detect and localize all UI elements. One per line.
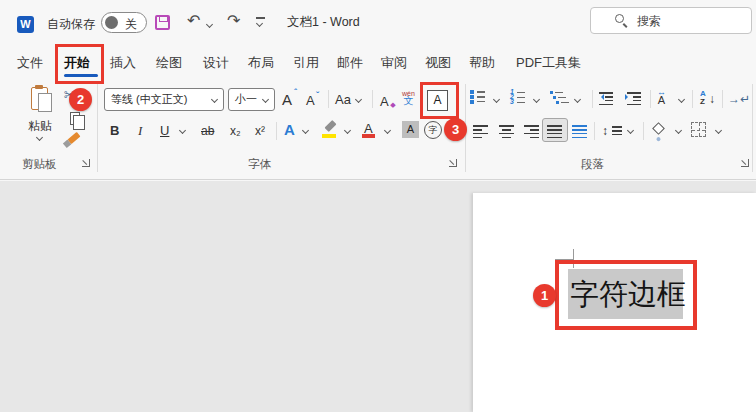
change-case-chevron-icon[interactable] [355,96,362,103]
tab-mailings[interactable]: 邮件 [337,54,363,72]
divider [692,90,693,108]
sort-arrow-icon: ↓ [709,92,715,106]
text-effects-button[interactable]: A [284,121,295,138]
tab-pdf-tools[interactable]: PDF工具集 [516,54,581,72]
tab-references[interactable]: 引用 [293,54,319,72]
shading-bucket-icon[interactable] [652,122,665,135]
bullets-button[interactable] [470,88,485,105]
show-hide-marks-button[interactable]: →↵ [728,92,750,106]
format-painter-icon[interactable] [67,132,80,144]
grow-font-button[interactable]: A [282,91,292,108]
tab-insert[interactable]: 插入 [110,54,136,72]
paste-chevron-icon[interactable] [36,134,43,141]
multilevel-chevron-icon[interactable] [574,96,581,103]
word-logo-icon: W [17,16,34,33]
justify-lines-icon [547,123,562,140]
asian-layout-letter: A [657,96,666,104]
line-spacing-button[interactable]: ↕ [602,124,608,138]
shrink-font-caret-icon: ˇ [316,90,319,100]
undo-icon[interactable]: ↶ [187,13,200,29]
font-name-select[interactable]: 等线 (中文正文) [104,88,224,111]
autosave-toggle-knob-icon[interactable] [105,16,118,29]
group-divider [97,84,98,172]
multilevel-list-button[interactable] [549,88,569,107]
search-icon [615,14,624,23]
title-and-ribbon-chrome: W 自动保存 关 ↶ ↷ 文档1 - Word 搜索 文件 开始 插入 绘图 设… [0,0,756,180]
save-icon[interactable] [155,15,170,30]
highlight-color-bar [322,134,336,138]
grow-font-caret-icon: ˆ [294,87,297,97]
font-size-value: 小一 [235,93,257,105]
shading-chevron-icon[interactable] [675,127,682,134]
subscript-button[interactable]: x₂ [230,124,241,138]
phonetic-bottom-label: 文 [402,97,415,104]
font-dialog-launcher-icon[interactable] [449,159,457,167]
annotation-step-1-badge: 1 [533,284,556,307]
increase-indent-button[interactable] [627,90,641,107]
font-size-chevron-icon[interactable] [262,96,269,103]
numbering-chevron-icon[interactable] [533,96,540,103]
distribute-button[interactable] [572,123,587,140]
font-color-chevron-icon[interactable] [384,127,391,134]
autosave-state-label: 关 [125,16,137,33]
align-right-button[interactable] [524,123,539,140]
tab-draw[interactable]: 绘图 [156,54,182,72]
align-left-button[interactable] [473,123,488,140]
divider [722,90,723,108]
tab-file[interactable]: 文件 [17,54,43,72]
shrink-font-button[interactable]: A [306,93,315,108]
search-input[interactable] [590,7,752,34]
divider [650,90,651,108]
font-group-label: 字体 [248,157,271,172]
underline-button[interactable]: U [160,123,169,138]
font-size-select[interactable]: 小一 [228,88,275,111]
text-effects-chevron-icon[interactable] [302,127,309,134]
line-spacing-chevron-icon[interactable] [627,127,634,134]
asian-layout-button[interactable]: ↔ A [657,88,666,104]
clipboard-dialog-launcher-icon[interactable] [82,159,90,167]
enclose-characters-button[interactable]: 字 [424,121,442,139]
tab-review[interactable]: 审阅 [381,54,407,72]
word-window: W 自动保存 关 ↶ ↷ 文档1 - Word 搜索 文件 开始 插入 绘图 设… [0,0,756,412]
copy-icon[interactable] [70,112,80,125]
align-center-button[interactable] [499,123,514,140]
redo-icon[interactable]: ↷ [227,13,240,29]
numbering-button[interactable] [510,88,525,107]
clear-formatting-button[interactable]: A [380,94,389,109]
clipboard-group-label: 剪贴板 [22,157,57,172]
undo-chevron-icon[interactable] [206,21,213,28]
font-name-value: 等线 (中文正文) [111,93,187,105]
tab-layout[interactable]: 布局 [248,54,274,72]
underline-chevron-icon[interactable] [179,127,186,134]
highlight-pen-icon[interactable] [324,120,336,132]
bold-button[interactable]: B [110,123,119,138]
font-name-chevron-icon[interactable] [211,96,218,103]
superscript-button[interactable]: x² [255,124,265,138]
strikethrough-button[interactable]: ab [201,124,214,138]
annotation-box-selected-text [555,260,697,330]
paste-button[interactable]: 粘贴 [18,118,62,135]
character-shading-button[interactable]: A [402,121,419,138]
tab-design[interactable]: 设计 [203,54,229,72]
customize-quick-access-icon[interactable] [256,17,266,27]
tab-help[interactable]: 帮助 [469,54,495,72]
asian-layout-chevron-icon[interactable] [678,96,685,103]
decrease-indent-button[interactable] [599,90,613,107]
phonetic-guide-button[interactable]: wén 文 [402,90,415,104]
divider [643,122,644,140]
tab-view[interactable]: 视图 [425,54,451,72]
paragraph-dialog-launcher-icon[interactable] [741,159,749,167]
document-title: 文档1 - Word [287,14,360,31]
italic-button[interactable]: I [138,123,142,139]
sort-button[interactable]: A Z [700,90,706,106]
group-divider [752,84,753,172]
change-case-button[interactable]: Aa [335,92,351,107]
divider [372,90,373,108]
borders-chevron-icon[interactable] [715,127,722,134]
bullets-chevron-icon[interactable] [493,96,500,103]
paste-page-icon[interactable] [38,93,52,112]
annotation-step-2-badge: 2 [69,88,92,111]
font-color-bar [362,134,375,138]
highlight-chevron-icon[interactable] [344,127,351,134]
borders-button[interactable] [691,122,706,137]
